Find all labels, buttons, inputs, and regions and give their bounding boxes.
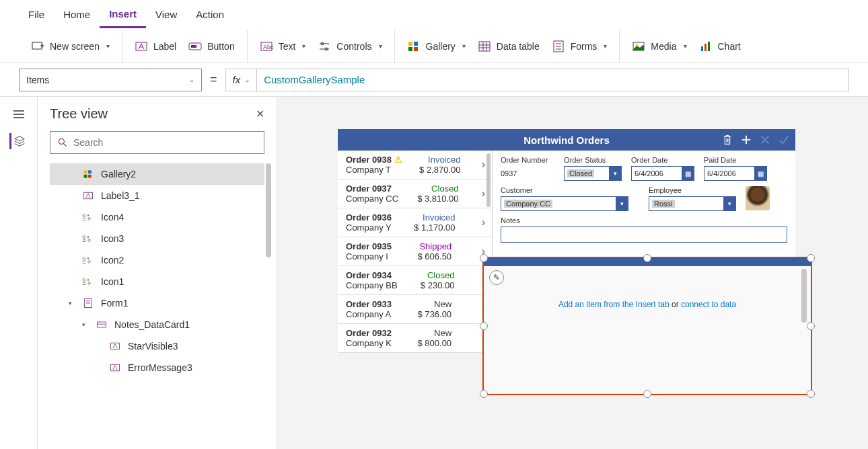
close-icon[interactable]: ✕ <box>256 108 264 120</box>
datatable-icon <box>478 40 491 53</box>
search-field[interactable] <box>73 137 257 148</box>
order-row[interactable]: Order 0933Company ANew$ 736.00› <box>338 295 492 324</box>
menu-home[interactable]: Home <box>54 2 100 27</box>
ordernum-label: Order Number <box>501 156 554 164</box>
svg-rect-27 <box>701 46 703 51</box>
tree-item-label: Icon4 <box>101 212 124 222</box>
iconset-icon <box>82 211 94 223</box>
chevron-down-icon: ▾ <box>723 197 735 210</box>
tree-item[interactable]: Icon4 <box>50 206 264 228</box>
chevron-right-icon: › <box>478 216 485 229</box>
order-row[interactable]: Order 0932Company KNew$ 800.00› <box>338 324 492 353</box>
menu-action[interactable]: Action <box>186 2 233 27</box>
property-value: Items <box>26 75 49 85</box>
svg-rect-37 <box>84 175 87 178</box>
forms-icon <box>552 40 565 53</box>
tree-item[interactable]: ErrorMessage3 <box>50 357 264 378</box>
svg-line-34 <box>64 144 67 147</box>
canvas[interactable]: Northwind Orders Order 0938 ⚠Company TIn… <box>277 97 868 449</box>
tree-item-label: ErrorMessage3 <box>128 362 192 373</box>
order-row[interactable]: Order 0934Company BBClosed$ 230.00› <box>338 266 492 295</box>
gallery-icon <box>82 168 94 180</box>
svg-rect-29 <box>708 42 710 51</box>
menu-insert[interactable]: Insert <box>100 1 146 28</box>
media-icon <box>632 40 645 53</box>
equals-sign: = <box>210 73 217 87</box>
forms-button[interactable]: Forms ▾ <box>552 40 608 53</box>
chevron-down-icon: ⌄ <box>189 76 194 83</box>
svg-rect-28 <box>704 44 707 51</box>
order-row[interactable]: Order 0935Company IShipped$ 606.50› <box>338 237 492 266</box>
layers-icon[interactable] <box>9 133 26 149</box>
connect-data-link[interactable]: connect to data <box>681 300 736 309</box>
button-button[interactable]: Button <box>188 40 234 53</box>
paiddate-label: Paid Date <box>704 156 767 164</box>
order-row[interactable]: Order 0938 ⚠Company TInvoiced$ 2,870.00› <box>338 151 492 179</box>
employee-avatar <box>746 186 770 210</box>
edit-icon[interactable]: ✎ <box>489 270 504 285</box>
chevron-down-icon: ▾ <box>609 167 621 180</box>
insert-link[interactable]: Add an item from the Insert tab <box>558 300 670 309</box>
iconset-icon <box>82 276 94 288</box>
order-list[interactable]: Order 0938 ⚠Company TInvoiced$ 2,870.00›… <box>338 151 493 353</box>
tree-item[interactable]: Icon1 <box>50 271 264 292</box>
tree-item[interactable]: Gallery2 <box>50 163 264 185</box>
calendar-icon: ▦ <box>754 167 766 180</box>
status-select[interactable]: Closed▾ <box>564 166 622 181</box>
orderdate-label: Order Date <box>631 156 694 164</box>
label-button[interactable]: Label <box>135 40 176 53</box>
employee-select[interactable]: Rossi▾ <box>649 196 736 211</box>
orderdate-input[interactable]: 6/4/2006▦ <box>631 166 694 181</box>
chart-button[interactable]: Chart <box>699 40 741 53</box>
text-label: Text <box>279 41 296 52</box>
menu-file[interactable]: File <box>19 2 54 27</box>
svg-rect-14 <box>408 47 412 51</box>
svg-point-47 <box>88 240 90 242</box>
order-row[interactable]: Order 0937Company CCClosed$ 3,810.00› <box>338 179 492 208</box>
text-button[interactable]: Abc Text ▾ <box>260 40 306 53</box>
cancel-icon[interactable] <box>759 134 771 146</box>
svg-line-45 <box>83 236 85 238</box>
svg-line-53 <box>83 279 85 281</box>
app-header: Northwind Orders <box>338 129 795 151</box>
check-icon[interactable] <box>778 134 790 146</box>
search-input[interactable] <box>50 131 264 154</box>
iconset-icon <box>82 233 94 245</box>
gallery-icon <box>407 40 421 53</box>
tree-item[interactable]: Icon2 <box>50 249 264 271</box>
hamburger-icon[interactable] <box>11 106 27 122</box>
chart-label: Chart <box>718 41 741 52</box>
ordernum-value: 0937 <box>501 166 554 181</box>
trash-icon[interactable] <box>721 134 733 146</box>
tree-item-label: Icon2 <box>101 255 124 266</box>
tree-item-label: Label3_1 <box>101 190 140 201</box>
tree-item[interactable]: ▾Notes_DataCard1 <box>50 314 264 335</box>
tree-item[interactable]: StarVisible3 <box>50 335 264 357</box>
tree-item-label: Notes_DataCard1 <box>114 319 190 330</box>
svg-rect-59 <box>98 322 106 327</box>
notes-input[interactable] <box>501 227 787 243</box>
tree-item[interactable]: Label3_1 <box>50 185 264 206</box>
chevron-down-icon: ▾ <box>106 42 110 50</box>
gallery-button[interactable]: Gallery ▾ <box>407 40 466 53</box>
chart-icon <box>699 40 713 53</box>
menu-view[interactable]: View <box>146 2 186 27</box>
tree-item[interactable]: Icon3 <box>50 228 264 249</box>
property-select[interactable]: Items ⌄ <box>19 69 202 91</box>
gallery-scrollbar[interactable] <box>801 269 807 323</box>
datatable-button[interactable]: Data table <box>478 40 540 53</box>
plus-icon[interactable] <box>740 134 752 146</box>
new-screen-button[interactable]: New screen ▾ <box>31 40 110 53</box>
controls-button[interactable]: Controls ▾ <box>318 40 382 53</box>
order-row[interactable]: Order 0936Company YInvoiced$ 1,170.00› <box>338 208 492 237</box>
customer-select[interactable]: Company CC▾ <box>501 196 628 211</box>
controls-icon <box>318 40 331 53</box>
svg-point-55 <box>88 283 90 285</box>
gallery-selection[interactable]: ✎ Add an item from the Insert tab or con… <box>482 257 812 395</box>
menu-bar: File Home Insert View Action <box>0 0 868 30</box>
tree-item[interactable]: ▾Form1 <box>50 292 264 314</box>
media-button[interactable]: Media ▾ <box>632 40 686 53</box>
formula-input[interactable]: fx⌄ CustomGallerySample <box>225 69 849 91</box>
svg-point-43 <box>88 218 90 220</box>
paiddate-input[interactable]: 6/4/2006▦ <box>704 166 767 181</box>
